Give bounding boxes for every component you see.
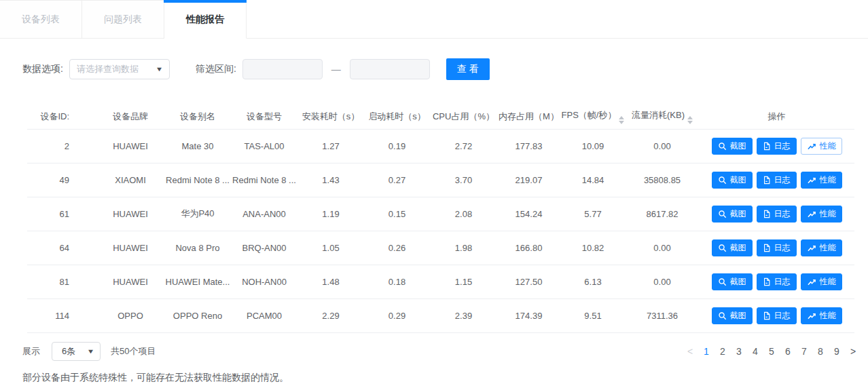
column-header: 启动耗时（s） [364,104,430,129]
cell-model: BRQ-AN00 [231,231,297,265]
cell-alias: Nova 8 Pro [164,231,231,265]
performance-button[interactable]: 性能 [801,206,842,223]
cell-install-time: 2.29 [297,298,364,332]
column-header: 设备别名 [164,104,231,129]
log-file-icon [763,311,771,320]
log-file-icon [763,210,771,218]
cell-actions: 截图日志性能 [699,163,854,197]
pagination-page-4[interactable]: 4 [747,345,763,358]
pagination-page-7[interactable]: 7 [796,345,812,358]
pagination: <123456789> [682,345,861,358]
log-button[interactable]: 日志 [757,138,797,155]
cell-alias: Redmi Note 8 ... [164,163,231,197]
cell-traffic: 7311.36 [626,298,699,332]
column-header: 设备型号 [231,104,297,129]
cell-launch-time: 0.19 [364,129,430,163]
column-label: 启动耗时（s） [368,111,426,121]
trend-icon [807,244,816,252]
pagination-page-1[interactable]: 1 [698,345,715,358]
table-row: 114OPPOOPPO RenoPCAM002.290.292.39174.39… [27,298,854,332]
cell-cpu: 1.15 [430,265,497,298]
column-label: FPS（帧/秒） [562,110,617,120]
cell-traffic: 8617.82 [626,197,699,231]
screenshot-button[interactable]: 截图 [712,206,753,223]
page-size-value: 6条 [62,345,75,358]
cell-alias: HUAWEI Mate... [164,265,231,298]
page-size-select[interactable]: 6条 ▼ [52,342,101,361]
cell-actions: 截图日志性能 [699,265,854,298]
column-header[interactable]: FPS（帧/秒） [560,104,626,129]
range-start-input[interactable] [242,59,323,79]
pagination-page-2[interactable]: 2 [715,345,731,358]
column-label: 安装耗时（s） [302,111,360,121]
range-end-input[interactable] [350,59,430,79]
column-label: 设备别名 [180,111,215,121]
chevron-down-icon: ▼ [156,66,164,73]
performance-button[interactable]: 性能 [801,307,842,324]
table-body: 2HUAWEIMate 30TAS-AL001.270.192.72177.83… [27,129,854,332]
cell-alias: OPPO Reno [164,298,231,332]
magnifier-icon [718,244,727,252]
log-button[interactable]: 日志 [757,172,797,189]
tab-device-list[interactable]: 设备列表 [0,0,82,39]
sort-icon[interactable] [619,116,624,124]
cell-install-time: 1.43 [297,163,364,197]
pagination-page-5[interactable]: 5 [763,345,780,358]
column-label: CPU占用（%） [433,111,494,121]
tab-issue-list[interactable]: 问题列表 [82,0,164,39]
pagination-next-icon[interactable]: > [845,345,861,358]
action-button-label: 日志 [774,242,791,254]
action-button-label: 性能 [820,242,836,254]
performance-button[interactable]: 性能 [801,172,842,189]
table-row: 49XIAOMIRedmi Note 8 ...Redmi Note 8 ...… [27,163,854,197]
cell-fps: 10.82 [560,231,626,265]
performance-table: 设备ID:设备品牌设备别名设备型号安装耗时（s）启动耗时（s）CPU占用（%）内… [27,104,854,333]
data-option-placeholder: 请选择查询数据 [77,63,139,75]
table-row: 81HUAWEIHUAWEI Mate...NOH-AN001.480.181.… [27,265,854,298]
cell-device-id: 64 [27,231,96,265]
cell-alias: 华为P40 [164,197,231,231]
data-option-select[interactable]: 请选择查询数据 ▼ [69,59,170,79]
action-button-label: 性能 [820,140,836,152]
screenshot-button[interactable]: 截图 [712,273,753,290]
table-row: 2HUAWEIMate 30TAS-AL001.270.192.72177.83… [27,129,854,163]
screenshot-button[interactable]: 截图 [712,307,753,324]
column-header[interactable]: 流量消耗(KB) [626,104,699,129]
data-option-label: 数据选项: [22,63,63,75]
cell-device-id: 2 [27,129,96,163]
performance-button[interactable]: 性能 [801,273,842,290]
log-button[interactable]: 日志 [757,206,797,223]
pagination-prev-icon[interactable]: < [682,345,698,358]
column-label: 内存占用（M） [499,111,559,121]
active-tab-indicator [164,0,247,3]
screenshot-button[interactable]: 截图 [712,138,753,155]
pagination-page-3[interactable]: 3 [731,345,747,358]
pagination-page-9[interactable]: 9 [829,345,845,358]
action-button-label: 截图 [730,310,746,322]
range-separator: — [331,64,341,75]
pagination-page-6[interactable]: 6 [780,345,796,358]
log-button[interactable]: 日志 [757,273,797,290]
log-button[interactable]: 日志 [757,239,797,256]
tab-label: 性能报告 [186,14,224,26]
performance-button[interactable]: 性能 [801,239,842,256]
cell-memory: 154.24 [497,197,560,231]
cell-traffic: 0.00 [626,265,699,298]
cell-device-id: 81 [27,265,96,298]
screenshot-button[interactable]: 截图 [712,239,753,256]
tab-performance-report[interactable]: 性能报告 [164,0,247,39]
log-button[interactable]: 日志 [757,307,797,324]
column-label: 流量消耗(KB) [632,110,685,120]
view-button[interactable]: 查 看 [446,58,490,80]
log-file-icon [763,277,771,286]
performance-button[interactable]: 性能 [801,138,842,155]
column-label: 设备型号 [247,111,282,121]
trend-icon [807,311,816,320]
sort-icon[interactable] [687,116,693,124]
pagination-page-8[interactable]: 8 [812,345,829,358]
cell-memory: 166.80 [497,231,560,265]
action-button-label: 截图 [730,140,746,152]
tab-label: 问题列表 [104,14,142,26]
screenshot-button[interactable]: 截图 [712,172,753,189]
cell-fps: 5.77 [560,197,626,231]
